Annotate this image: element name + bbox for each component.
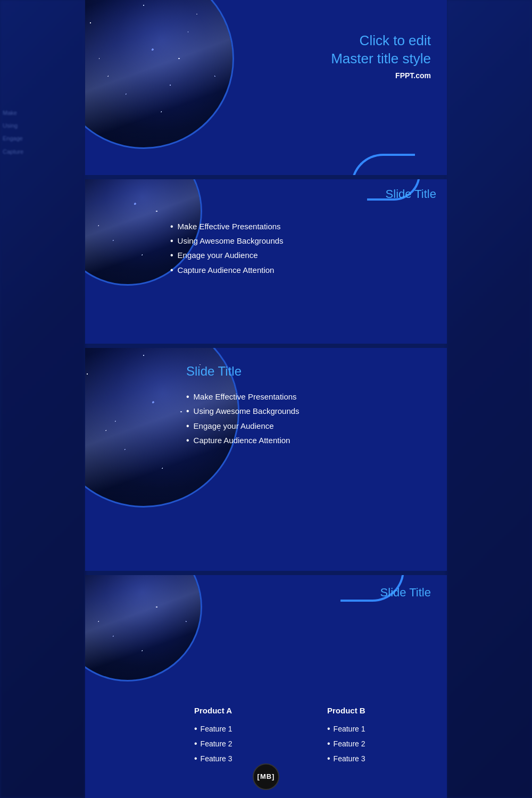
slide-3-bullet-3: • Engage your Audience [186, 419, 436, 433]
bullet-dot: • [170, 234, 173, 248]
bg-blur-left [0, 0, 85, 798]
slide-2-bullets-wrapper: • Make Effective Presentations • Using A… [170, 209, 436, 277]
product-b-feature-1: • Feature 1 [327, 721, 412, 736]
slide-3-bullets: • Make Effective Presentations • Using A… [186, 389, 436, 447]
slide-3-content: Slide Title • Make Effective Presentatio… [186, 364, 436, 447]
slide-4-title: Slide Title [380, 586, 431, 600]
slide-4-milkyway [85, 575, 201, 680]
bullet-dot: • [186, 433, 189, 447]
slide-3-bullet-1: • Make Effective Presentations [186, 389, 436, 404]
slide-1-subtitle: FPPT.com [331, 71, 431, 80]
slide-1-arc [351, 154, 415, 175]
product-b-bullets: • Feature 1 • Feature 2 • Feature 3 [327, 721, 412, 766]
slide-2: Slide Title • Make Effective Presentatio… [85, 179, 447, 344]
slide-1-title-line2: Master title style [331, 50, 431, 68]
bullet-dot: • [194, 736, 197, 751]
bullet-dot: • [186, 419, 189, 433]
bullet-dot: • [170, 219, 173, 234]
slide-2-bullet-2-text: Using Awesome Backgrounds [178, 234, 284, 248]
slide-2-bullet-2: • Using Awesome Backgrounds [170, 234, 436, 248]
bullet-dot: • [170, 263, 173, 277]
bullet-dot: • [327, 751, 330, 766]
product-b-feature-3: • Feature 3 [327, 751, 412, 766]
product-a-col: Product A • Feature 1 • Feature 2 • Feat… [194, 706, 279, 766]
slide-3-bullet-2-text: Using Awesome Backgrounds [194, 404, 300, 418]
product-a-label: Product A [194, 706, 279, 715]
slide-2-title-wrapper: Slide Title [386, 187, 436, 201]
slide-3-bullet-1-text: Make Effective Presentations [194, 389, 297, 404]
mb-logo: [MB] [253, 763, 279, 790]
bullet-dot: • [170, 248, 173, 262]
product-b-label: Product B [327, 706, 412, 715]
product-a-f1-text: Feature 1 [201, 721, 232, 736]
slide-3-bullet-2: • Using Awesome Backgrounds [186, 404, 436, 418]
slide-2-bullet-1: • Make Effective Presentations [170, 219, 436, 234]
product-a-feature-2: • Feature 2 [194, 736, 279, 751]
slide-1-milkyway [85, 0, 232, 147]
slide-3-bullet-4: • Capture Audience Attention [186, 433, 436, 447]
slide-2-bullet-4-text: Capture Audience Attention [178, 263, 275, 277]
product-b-col: Product B • Feature 1 • Feature 2 • Feat… [327, 706, 412, 766]
bullet-dot: • [186, 404, 189, 418]
slide-1-title-line1: Click to edit [331, 32, 431, 50]
product-b-f1-text: Feature 1 [334, 721, 365, 736]
slide-2-title: Slide Title [386, 187, 436, 201]
bullet-dot: • [327, 721, 330, 736]
product-b-f2-text: Feature 2 [334, 736, 365, 751]
product-a-f2-text: Feature 2 [201, 736, 232, 751]
product-b-feature-2: • Feature 2 [327, 736, 412, 751]
slide-2-bullet-4: • Capture Audience Attention [170, 263, 436, 277]
bullet-dot: • [194, 721, 197, 736]
slide-2-bullet-3: • Engage your Audience [170, 248, 436, 262]
bg-blur-right [447, 0, 532, 798]
slide-4: Slide Title Product A • Feature 1 • Feat… [85, 575, 447, 798]
slide-4-comparison: Product A • Feature 1 • Feature 2 • Feat… [170, 706, 436, 766]
slide-1: Click to edit Master title style FPPT.co… [85, 0, 447, 175]
slide-4-circle [85, 575, 202, 681]
product-a-f3-text: Feature 3 [201, 751, 232, 766]
slide-3-bullet-3-text: Engage your Audience [194, 419, 274, 433]
slide-2-bullet-3-text: Engage your Audience [178, 248, 258, 262]
slide-2-bullets: • Make Effective Presentations • Using A… [170, 219, 436, 277]
slide-1-content: Click to edit Master title style FPPT.co… [331, 32, 431, 80]
bullet-dot: • [194, 751, 197, 766]
slide-1-circle [85, 0, 234, 149]
bullet-dot: • [327, 736, 330, 751]
slide-2-bullet-1-text: Make Effective Presentations [178, 219, 281, 234]
product-a-feature-1: • Feature 1 [194, 721, 279, 736]
slide-3-bullet-4-text: Capture Audience Attention [194, 433, 290, 447]
product-a-bullets: • Feature 1 • Feature 2 • Feature 3 [194, 721, 279, 766]
slides-container: Click to edit Master title style FPPT.co… [85, 0, 447, 798]
slide-3: Slide Title • Make Effective Presentatio… [85, 348, 447, 571]
product-b-f3-text: Feature 3 [334, 751, 365, 766]
bullet-dot: • [186, 389, 189, 404]
slide-3-title: Slide Title [186, 364, 436, 379]
